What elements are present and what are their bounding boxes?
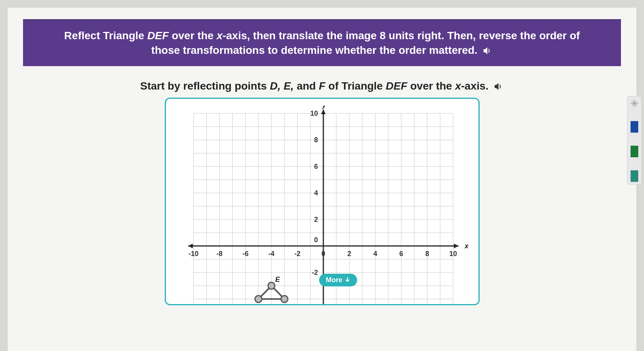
- header-line2: those transformations to determine wheth…: [151, 44, 478, 56]
- svg-text:0: 0: [314, 236, 318, 243]
- svg-text:-8: -8: [216, 250, 222, 257]
- svg-point-62: [255, 295, 262, 302]
- svg-text:10: 10: [310, 110, 318, 117]
- svg-point-64: [281, 295, 288, 302]
- svg-text:8: 8: [314, 136, 318, 144]
- header-line1: Reflect Triangle DEF over the x-axis, th…: [64, 30, 580, 42]
- svg-text:-10: -10: [188, 250, 198, 257]
- question-header: Reflect Triangle DEF over the x-axis, th…: [23, 19, 621, 66]
- svg-text:6: 6: [399, 250, 403, 257]
- coordinate-graph-card: yx-10-8-6-4-20246810108642-20E More: [165, 98, 480, 305]
- more-button[interactable]: More: [319, 274, 357, 286]
- svg-text:4: 4: [373, 250, 377, 257]
- sub-instruction: Start by reflecting points D, E, and F o…: [23, 80, 621, 92]
- svg-text:6: 6: [314, 163, 318, 170]
- svg-marker-38: [454, 243, 459, 248]
- svg-text:-2: -2: [294, 250, 300, 257]
- svg-marker-39: [188, 243, 193, 248]
- seg-blue[interactable]: [631, 121, 638, 133]
- speaker-icon[interactable]: [494, 82, 504, 91]
- sparkle-icon: [630, 99, 639, 108]
- svg-text:x: x: [464, 242, 469, 250]
- svg-point-63: [268, 282, 275, 289]
- svg-text:-2: -2: [311, 268, 318, 276]
- svg-text:8: 8: [425, 250, 429, 257]
- svg-marker-40: [321, 110, 326, 114]
- speaker-icon[interactable]: [483, 47, 493, 55]
- svg-text:4: 4: [314, 189, 318, 196]
- svg-text:0: 0: [321, 250, 325, 257]
- more-label: More: [326, 276, 343, 284]
- svg-text:-6: -6: [242, 250, 248, 257]
- svg-text:2: 2: [347, 250, 351, 257]
- side-tool-widget[interactable]: [627, 96, 642, 185]
- seg-teal[interactable]: [631, 170, 638, 182]
- arrow-down-icon: [345, 277, 350, 283]
- svg-text:10: 10: [449, 250, 457, 257]
- svg-text:E: E: [275, 276, 280, 283]
- svg-text:2: 2: [314, 215, 318, 223]
- svg-text:y: y: [321, 106, 326, 109]
- svg-text:-4: -4: [268, 250, 274, 257]
- seg-green[interactable]: [631, 146, 638, 157]
